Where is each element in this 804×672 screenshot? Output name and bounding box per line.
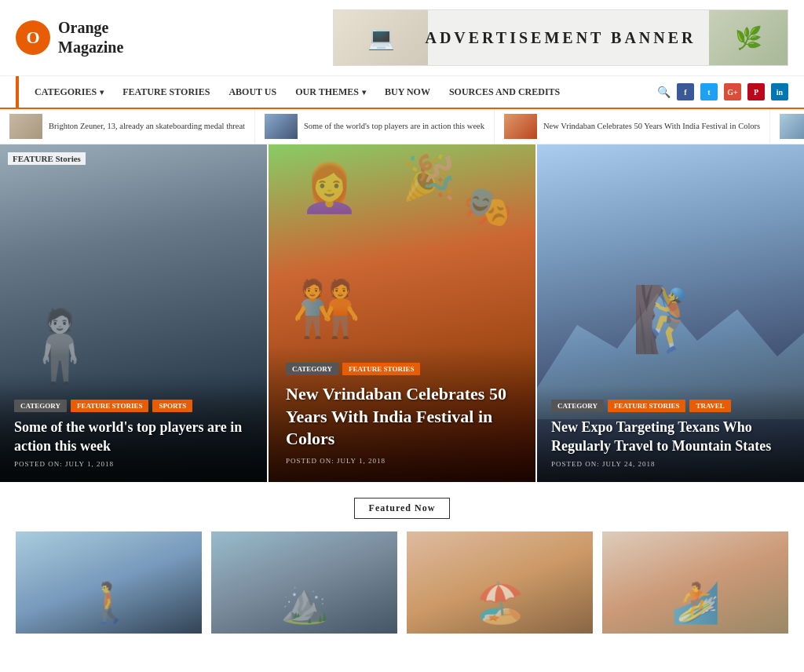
crowd-2: 🎭 (463, 184, 512, 229)
pinterest-icon[interactable]: P (747, 83, 765, 100)
crowd-1: 👩‍🦰 (300, 160, 359, 216)
logo-circle: O (16, 20, 50, 55)
chevron-down-icon-2: ▾ (362, 88, 366, 97)
main-nav: CATEGORIES ▾ FEATURE STORIES ABOUT US OU… (0, 76, 804, 109)
ticker-item-3[interactable]: New Vrindaban Celebrates 50 Years With I… (495, 109, 770, 144)
feature-stories-label: FEATURE Stories (8, 152, 86, 165)
hero-date-2: POSTED ON: JULY 1, 2018 (286, 457, 518, 465)
crowd-4: 🧑‍🤝‍🧑 (292, 276, 360, 341)
tag-sports-1[interactable]: Sports (152, 400, 192, 412)
hero-tags-3: Category Feature Stories Travel (551, 400, 790, 412)
header: O Orange Magazine 💻 ADVERTISEMENT BANNER… (0, 0, 804, 76)
ad-decor-left: 💻 (334, 10, 428, 65)
hero-card-1[interactable]: 🧍 FEATURE Stories Category Feature Stori… (0, 144, 267, 482)
tag-feature-2[interactable]: Feature Stories (342, 363, 420, 375)
hero-card-3[interactable]: 🧗 Category Feature Stories Travel New Ex… (537, 144, 804, 482)
tag-travel-3[interactable]: Travel (689, 400, 730, 412)
ad-decor-right: 🌿 (709, 10, 788, 65)
ticker-text-1: Brighton Zeuner, 13, already an skateboa… (49, 121, 245, 132)
beach-icon-3: 🏖️ (476, 580, 524, 626)
ticker-thumb-1 (9, 114, 42, 139)
linkedin-icon[interactable]: in (771, 83, 788, 100)
featured-now-label: Featured Now (354, 498, 451, 519)
ticker-item-1[interactable]: Brighton Zeuner, 13, already an skateboa… (0, 109, 255, 144)
nav-categories[interactable]: CATEGORIES ▾ (25, 77, 113, 108)
hero-title-3: New Expo Targeting Texans Who Regularly … (551, 418, 790, 455)
hero-tags-1: Category Feature Stories Sports (14, 400, 253, 412)
ticker-thumb-2 (265, 114, 298, 139)
tag-category-1[interactable]: Category (14, 400, 67, 412)
chevron-down-icon: ▾ (100, 88, 104, 97)
featured-card-3[interactable]: 🏖️ (407, 531, 593, 634)
ticker-thumb-3 (504, 114, 537, 139)
facebook-icon[interactable]: f (677, 83, 694, 100)
nav-our-themes[interactable]: OUR THEMES ▾ (286, 77, 375, 108)
featured-card-4[interactable]: 🏄 (602, 531, 788, 634)
ad-banner: 💻 ADVERTISEMENT BANNER 🌿 (333, 9, 788, 66)
ticker-item-2[interactable]: Some of the world's top players are in a… (255, 109, 495, 144)
featured-thumb-3: 🏖️ (407, 531, 593, 634)
search-icon[interactable]: 🔍 (657, 86, 671, 99)
ad-text: ADVERTISEMENT BANNER (425, 29, 696, 47)
featured-thumb-4: 🏄 (602, 531, 788, 634)
hero-date-3: POSTED ON: JULY 24, 2018 (551, 460, 790, 468)
tag-feature-3[interactable]: Feature Stories (608, 400, 685, 412)
tag-category-2[interactable]: Category (286, 363, 338, 375)
nav-feature-stories[interactable]: FEATURE STORIES (113, 77, 219, 108)
hero-date-1: POSTED ON: JULY 1, 2018 (14, 460, 253, 468)
featured-now-header: Featured Now (16, 498, 788, 519)
hero-title-2: New Vrindaban Celebrates 50 Years With I… (286, 383, 518, 451)
mountain-icon-2: ⛰️ (280, 580, 329, 626)
googleplus-icon[interactable]: G+ (724, 83, 741, 100)
nav-sources[interactable]: SOURCES AND CREDITS (440, 77, 569, 108)
featured-thumb-1: 🚶 (16, 531, 202, 634)
hiker-silhouette: 🧗 (631, 283, 710, 356)
hero-card-2[interactable]: 👩‍🦰 🎭 🎉 🧑‍🤝‍🧑 Category Feature Stories N… (269, 144, 535, 482)
ticker-text-3: New Vrindaban Celebrates 50 Years With I… (543, 121, 760, 132)
ticker-bar: Brighton Zeuner, 13, already an skateboa… (0, 109, 804, 144)
featured-card-1[interactable]: 🚶 (16, 531, 202, 634)
hero-overlay-1: Category Feature Stories Sports Some of … (0, 385, 267, 482)
featured-now-section: Featured Now 🚶 ⛰️ 🏖️ 🏄 (0, 482, 804, 649)
nav-orange-bar (16, 76, 19, 108)
ticker-item-4[interactable]: Travel to Minnesota cabin is met with la… (770, 109, 804, 144)
featured-card-2[interactable]: ⛰️ (211, 531, 397, 634)
logo[interactable]: O Orange Magazine (16, 18, 123, 57)
nav-right: 🔍 f t G+ P in (657, 83, 788, 100)
crowd-3: 🎉 (402, 152, 456, 203)
twitter-icon[interactable]: t (700, 83, 718, 100)
logo-text: Orange Magazine (58, 18, 123, 57)
person-icon-4: 🏄 (671, 580, 720, 626)
tag-feature-1[interactable]: Feature Stories (71, 400, 148, 412)
nav-buy-now[interactable]: BUY NOW (375, 77, 440, 108)
nav-about-us[interactable]: ABOUT US (219, 77, 286, 108)
hero-title-1: Some of the world's top players are in a… (14, 418, 253, 455)
ticker-thumb-4 (780, 114, 804, 139)
hero-overlay-3: Category Feature Stories Travel New Expo… (537, 385, 804, 482)
ticker-text-2: Some of the world's top players are in a… (304, 121, 484, 132)
featured-thumb-2: ⛰️ (211, 531, 397, 634)
tag-category-3[interactable]: Category (551, 400, 604, 412)
featured-grid: 🚶 ⛰️ 🏖️ 🏄 (16, 531, 788, 634)
hiker-icon-1: 🚶 (85, 580, 133, 626)
hero-overlay-2: Category Feature Stories New Vrindaban C… (269, 345, 535, 482)
hero-section: 🧍 FEATURE Stories Category Feature Stori… (0, 144, 804, 482)
hero-tags-2: Category Feature Stories (286, 363, 518, 375)
